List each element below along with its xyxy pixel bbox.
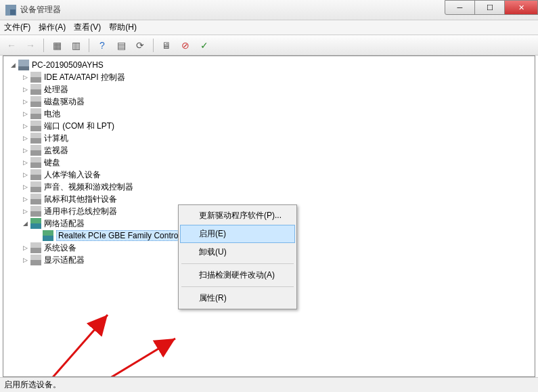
scan-hardware-button[interactable]: 🖥: [159, 38, 174, 53]
toolbar-separator: [89, 39, 89, 52]
tree-category[interactable]: ▷人体学输入设备: [6, 169, 535, 181]
tree-label[interactable]: 磁盘驱动器: [44, 96, 85, 108]
toolbar-btn-4[interactable]: ▤: [114, 38, 129, 53]
title-bar: 设备管理器 ─ ☐ ✕: [0, 0, 538, 20]
expander-icon[interactable]: ▷: [21, 73, 29, 81]
ctx-uninstall[interactable]: 卸载(U): [180, 243, 295, 261]
menu-action[interactable]: 操作(A): [39, 22, 66, 33]
menu-view[interactable]: 查看(V): [74, 22, 101, 33]
window-title: 设备管理器: [20, 4, 61, 16]
device-icon: [30, 157, 41, 168]
tree-label[interactable]: Realtek PCIe GBE Family Controller: [56, 230, 191, 241]
expander-icon[interactable]: ▷: [21, 110, 29, 118]
app-icon: [5, 5, 16, 16]
expander-icon[interactable]: ◢: [9, 61, 17, 69]
device-icon: [30, 121, 41, 131]
svg-line-0: [9, 315, 108, 377]
menu-bar: 文件(F) 操作(A) 查看(V) 帮助(H): [0, 20, 538, 35]
expander-icon[interactable]: ▷: [21, 244, 29, 252]
expander-icon[interactable]: ▷: [21, 85, 29, 93]
toolbar: ← → ▦ ▥ ? ▤ ⟳ 🖥 ⊘ ✓: [0, 35, 538, 56]
tree-label[interactable]: 计算机: [44, 133, 68, 144]
tree-category[interactable]: ▷计算机: [6, 132, 535, 144]
status-text: 启用所选设备。: [4, 379, 61, 391]
back-button[interactable]: ←: [4, 38, 19, 53]
expander-icon[interactable]: ▷: [21, 158, 29, 167]
device-icon: [30, 255, 41, 265]
tree-label[interactable]: PC-20190509AYHS: [32, 60, 104, 70]
tree-category[interactable]: ▷电池: [6, 108, 535, 120]
expander-icon[interactable]: ▷: [21, 183, 29, 191]
tree-label[interactable]: IDE ATA/ATAPI 控制器: [44, 72, 125, 83]
expander-icon[interactable]: ◢: [21, 219, 29, 227]
svg-line-1: [30, 339, 175, 377]
tree-label[interactable]: 声音、视频和游戏控制器: [44, 181, 133, 193]
device-icon: [30, 218, 41, 229]
tree-category[interactable]: ▷端口 (COM 和 LPT): [6, 120, 535, 132]
tree-category[interactable]: ▷处理器: [6, 83, 535, 95]
ctx-separator: [181, 286, 294, 287]
device-icon: [30, 145, 41, 156]
tree-category[interactable]: ▷鼠标和其他指针设备: [6, 193, 535, 205]
tree-label[interactable]: 监视器: [44, 145, 68, 156]
disable-button[interactable]: ⊘: [178, 38, 193, 53]
ctx-scan[interactable]: 扫描检测硬件改动(A): [180, 266, 295, 284]
device-icon: [30, 181, 41, 192]
device-icon: [30, 206, 41, 217]
expander-icon[interactable]: ▷: [21, 195, 29, 203]
tree-label[interactable]: 处理器: [44, 84, 68, 95]
device-icon: [43, 230, 53, 241]
device-icon: [30, 108, 41, 119]
ctx-update-driver[interactable]: 更新驱动程序软件(P)...: [180, 206, 295, 225]
device-icon: [30, 133, 41, 144]
expander-icon[interactable]: ▷: [21, 207, 29, 215]
tree-label[interactable]: 系统设备: [44, 242, 76, 254]
device-icon: [30, 194, 41, 204]
tree-label[interactable]: 网络适配器: [44, 218, 85, 230]
menu-help[interactable]: 帮助(H): [109, 22, 137, 33]
tree-category[interactable]: ▷监视器: [6, 144, 535, 156]
device-icon: [30, 169, 41, 180]
tree-label[interactable]: 键盘: [44, 157, 60, 169]
tree-label[interactable]: 端口 (COM 和 LPT): [44, 121, 114, 132]
window-controls: ─ ☐ ✕: [445, 0, 538, 15]
close-button[interactable]: ✕: [504, 0, 538, 15]
ctx-properties[interactable]: 属性(R): [180, 289, 295, 307]
tree-category[interactable]: ▷声音、视频和游戏控制器: [6, 181, 535, 193]
tree-category[interactable]: ▷键盘: [6, 156, 535, 169]
tree-label[interactable]: 显示适配器: [44, 255, 85, 266]
device-icon: [30, 242, 41, 253]
device-icon: [18, 60, 29, 70]
status-bar: 启用所选设备。: [0, 377, 538, 392]
enable-button[interactable]: ✓: [197, 38, 212, 53]
tree-label[interactable]: 鼠标和其他指针设备: [44, 194, 117, 205]
expander-icon[interactable]: ▷: [21, 97, 29, 106]
toolbar-btn-1[interactable]: ▦: [49, 38, 64, 53]
tree-label[interactable]: 通用串行总线控制器: [44, 206, 117, 217]
menu-file[interactable]: 文件(F): [4, 22, 30, 33]
context-menu: 更新驱动程序软件(P)... 启用(E) 卸载(U) 扫描检测硬件改动(A) 属…: [178, 204, 297, 309]
tree-category[interactable]: ▷IDE ATA/ATAPI 控制器: [6, 71, 535, 83]
minimize-button[interactable]: ─: [445, 0, 475, 15]
expander-icon[interactable]: ▷: [21, 122, 29, 130]
toolbar-btn-5[interactable]: ⟳: [133, 38, 148, 53]
expander-icon[interactable]: ▷: [21, 171, 29, 179]
toolbar-btn-2[interactable]: ▥: [68, 38, 83, 53]
expander-icon[interactable]: ▷: [21, 134, 29, 142]
expander-icon[interactable]: ▷: [21, 256, 29, 264]
device-icon: [30, 84, 41, 95]
help-button[interactable]: ?: [95, 38, 110, 53]
toolbar-separator: [153, 39, 154, 52]
device-icon: [30, 96, 41, 107]
expander-icon[interactable]: ▷: [21, 146, 29, 154]
toolbar-separator: [43, 39, 44, 52]
tree-label[interactable]: 人体学输入设备: [44, 169, 101, 181]
maximize-button[interactable]: ☐: [474, 0, 505, 15]
tree-root[interactable]: ◢PC-20190509AYHS: [6, 59, 535, 71]
tree-label[interactable]: 电池: [44, 108, 60, 120]
device-icon: [30, 72, 41, 83]
ctx-enable[interactable]: 启用(E): [180, 225, 295, 243]
tree-category[interactable]: ▷磁盘驱动器: [6, 95, 535, 108]
ctx-separator: [181, 263, 294, 264]
forward-button[interactable]: →: [23, 38, 38, 53]
